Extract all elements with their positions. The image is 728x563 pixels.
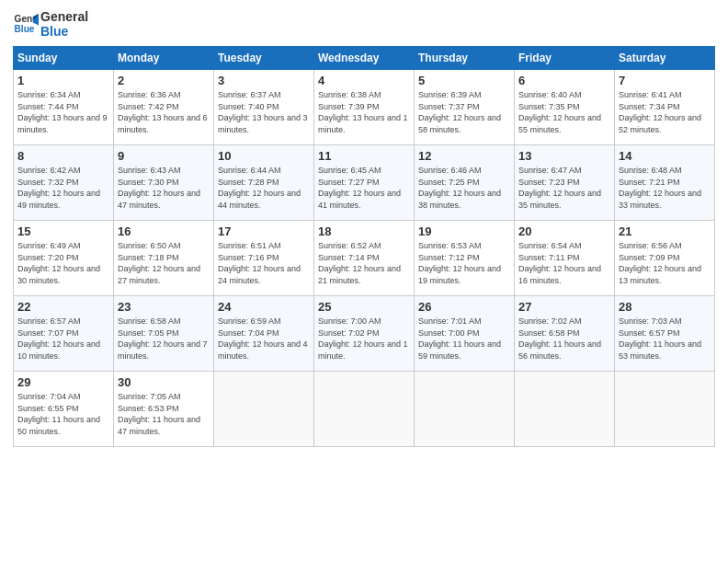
calendar-cell: 28 Sunrise: 7:03 AMSunset: 6:57 PMDaylig…	[615, 296, 715, 372]
day-number: 18	[318, 224, 410, 238]
calendar-cell	[615, 372, 715, 447]
day-detail: Sunrise: 6:40 AMSunset: 7:35 PMDaylight:…	[518, 90, 601, 134]
day-number: 19	[418, 224, 510, 238]
calendar-cell	[214, 372, 314, 447]
calendar-cell	[415, 372, 515, 447]
weekday-header-thursday: Thursday	[415, 47, 515, 70]
svg-text:Blue: Blue	[15, 24, 35, 34]
day-detail: Sunrise: 6:46 AMSunset: 7:25 PMDaylight:…	[418, 166, 501, 210]
day-detail: Sunrise: 6:39 AMSunset: 7:37 PMDaylight:…	[418, 90, 501, 134]
calendar-cell: 29 Sunrise: 7:04 AMSunset: 6:55 PMDaylig…	[14, 372, 114, 447]
day-detail: Sunrise: 7:00 AMSunset: 7:02 PMDaylight:…	[318, 316, 408, 361]
calendar-cell: 2 Sunrise: 6:36 AMSunset: 7:42 PMDayligh…	[114, 70, 214, 145]
day-detail: Sunrise: 6:48 AMSunset: 7:21 PMDaylight:…	[619, 166, 701, 210]
day-number: 17	[218, 224, 310, 238]
day-detail: Sunrise: 6:59 AMSunset: 7:04 PMDaylight:…	[218, 316, 308, 361]
page-header: General Blue General Blue	[13, 9, 715, 39]
calendar-week-2: 8 Sunrise: 6:42 AMSunset: 7:32 PMDayligh…	[14, 145, 715, 221]
calendar-cell: 9 Sunrise: 6:43 AMSunset: 7:30 PMDayligh…	[114, 145, 214, 221]
calendar-cell: 22 Sunrise: 6:57 AMSunset: 7:07 PMDaylig…	[14, 296, 114, 372]
day-detail: Sunrise: 6:47 AMSunset: 7:23 PMDaylight:…	[518, 166, 601, 210]
weekday-header-friday: Friday	[515, 47, 615, 70]
day-number: 23	[118, 300, 210, 314]
day-number: 16	[118, 224, 210, 238]
calendar-cell: 17 Sunrise: 6:51 AMSunset: 7:16 PMDaylig…	[214, 221, 314, 296]
day-number: 7	[619, 74, 711, 87]
day-number: 21	[619, 224, 711, 238]
day-detail: Sunrise: 6:56 AMSunset: 7:09 PMDaylight:…	[619, 241, 701, 285]
day-number: 15	[17, 224, 109, 238]
day-number: 29	[17, 375, 109, 389]
day-number: 26	[418, 300, 510, 314]
day-number: 20	[518, 224, 610, 238]
day-number: 8	[17, 149, 109, 163]
weekday-header-wednesday: Wednesday	[314, 47, 415, 70]
calendar-cell: 6 Sunrise: 6:40 AMSunset: 7:35 PMDayligh…	[515, 70, 615, 145]
calendar-table: SundayMondayTuesdayWednesdayThursdayFrid…	[13, 46, 715, 447]
day-number: 30	[118, 375, 210, 389]
day-detail: Sunrise: 6:58 AMSunset: 7:05 PMDaylight:…	[118, 316, 208, 361]
day-number: 25	[318, 300, 410, 314]
day-number: 2	[118, 74, 210, 87]
weekday-header-monday: Monday	[114, 47, 214, 70]
calendar-cell: 21 Sunrise: 6:56 AMSunset: 7:09 PMDaylig…	[615, 221, 715, 296]
calendar-cell: 1 Sunrise: 6:34 AMSunset: 7:44 PMDayligh…	[14, 70, 114, 145]
calendar-week-5: 29 Sunrise: 7:04 AMSunset: 6:55 PMDaylig…	[14, 372, 715, 447]
day-detail: Sunrise: 6:50 AMSunset: 7:18 PMDaylight:…	[118, 241, 200, 285]
day-detail: Sunrise: 6:49 AMSunset: 7:20 PMDaylight:…	[17, 241, 100, 285]
calendar-cell: 23 Sunrise: 6:58 AMSunset: 7:05 PMDaylig…	[114, 296, 214, 372]
calendar-week-4: 22 Sunrise: 6:57 AMSunset: 7:07 PMDaylig…	[14, 296, 715, 372]
calendar-cell: 5 Sunrise: 6:39 AMSunset: 7:37 PMDayligh…	[415, 70, 515, 145]
day-detail: Sunrise: 7:03 AMSunset: 6:57 PMDaylight:…	[619, 316, 701, 361]
day-detail: Sunrise: 6:41 AMSunset: 7:34 PMDaylight:…	[619, 90, 701, 134]
calendar-cell: 3 Sunrise: 6:37 AMSunset: 7:40 PMDayligh…	[214, 70, 314, 145]
day-number: 4	[318, 74, 410, 87]
calendar-cell: 27 Sunrise: 7:02 AMSunset: 6:58 PMDaylig…	[515, 296, 615, 372]
calendar-cell	[515, 372, 615, 447]
calendar-cell: 10 Sunrise: 6:44 AMSunset: 7:28 PMDaylig…	[214, 145, 314, 221]
calendar-week-1: 1 Sunrise: 6:34 AMSunset: 7:44 PMDayligh…	[14, 70, 715, 145]
calendar-cell: 16 Sunrise: 6:50 AMSunset: 7:18 PMDaylig…	[114, 221, 214, 296]
calendar-cell: 24 Sunrise: 6:59 AMSunset: 7:04 PMDaylig…	[214, 296, 314, 372]
day-detail: Sunrise: 6:57 AMSunset: 7:07 PMDaylight:…	[17, 316, 100, 361]
day-number: 9	[118, 149, 210, 163]
day-detail: Sunrise: 7:01 AMSunset: 7:00 PMDaylight:…	[418, 316, 501, 361]
calendar-cell: 8 Sunrise: 6:42 AMSunset: 7:32 PMDayligh…	[14, 145, 114, 221]
day-number: 27	[518, 300, 610, 314]
day-number: 12	[418, 149, 510, 163]
calendar-body: 1 Sunrise: 6:34 AMSunset: 7:44 PMDayligh…	[14, 70, 715, 447]
day-number: 22	[17, 300, 109, 314]
calendar-cell: 15 Sunrise: 6:49 AMSunset: 7:20 PMDaylig…	[14, 221, 114, 296]
day-number: 14	[619, 149, 711, 163]
day-number: 13	[518, 149, 610, 163]
day-detail: Sunrise: 7:04 AMSunset: 6:55 PMDaylight:…	[17, 392, 100, 436]
calendar-cell: 13 Sunrise: 6:47 AMSunset: 7:23 PMDaylig…	[515, 145, 615, 221]
day-number: 24	[218, 300, 310, 314]
day-detail: Sunrise: 7:05 AMSunset: 6:53 PMDaylight:…	[118, 392, 200, 436]
calendar-cell: 20 Sunrise: 6:54 AMSunset: 7:11 PMDaylig…	[515, 221, 615, 296]
day-detail: Sunrise: 6:51 AMSunset: 7:16 PMDaylight:…	[218, 241, 301, 285]
logo-general: General	[40, 9, 88, 24]
day-detail: Sunrise: 6:37 AMSunset: 7:40 PMDaylight:…	[218, 90, 308, 134]
day-detail: Sunrise: 6:34 AMSunset: 7:44 PMDaylight:…	[17, 90, 108, 134]
day-detail: Sunrise: 6:43 AMSunset: 7:30 PMDaylight:…	[118, 166, 200, 210]
day-detail: Sunrise: 6:38 AMSunset: 7:39 PMDaylight:…	[318, 90, 408, 134]
calendar-cell: 25 Sunrise: 7:00 AMSunset: 7:02 PMDaylig…	[314, 296, 415, 372]
calendar-cell	[314, 372, 415, 447]
day-number: 6	[518, 74, 610, 87]
day-detail: Sunrise: 6:54 AMSunset: 7:11 PMDaylight:…	[518, 241, 601, 285]
day-number: 10	[218, 149, 310, 163]
day-detail: Sunrise: 6:36 AMSunset: 7:42 PMDaylight:…	[118, 90, 208, 134]
day-number: 5	[418, 74, 510, 87]
weekday-header-row: SundayMondayTuesdayWednesdayThursdayFrid…	[14, 47, 715, 70]
day-detail: Sunrise: 7:02 AMSunset: 6:58 PMDaylight:…	[518, 316, 601, 361]
weekday-header-sunday: Sunday	[14, 47, 114, 70]
calendar-cell: 26 Sunrise: 7:01 AMSunset: 7:00 PMDaylig…	[415, 296, 515, 372]
weekday-header-tuesday: Tuesday	[214, 47, 314, 70]
calendar-cell: 12 Sunrise: 6:46 AMSunset: 7:25 PMDaylig…	[415, 145, 515, 221]
calendar-cell: 11 Sunrise: 6:45 AMSunset: 7:27 PMDaylig…	[314, 145, 415, 221]
day-number: 1	[17, 74, 109, 87]
calendar-cell: 30 Sunrise: 7:05 AMSunset: 6:53 PMDaylig…	[114, 372, 214, 447]
day-detail: Sunrise: 6:44 AMSunset: 7:28 PMDaylight:…	[218, 166, 301, 210]
day-number: 11	[318, 149, 410, 163]
